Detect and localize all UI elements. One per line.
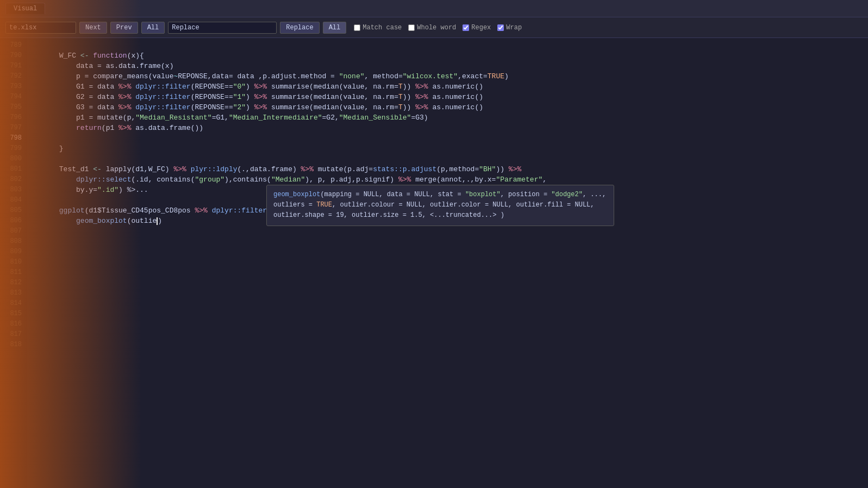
- whole-word-label: Whole word: [417, 24, 456, 32]
- ln-798: 798: [4, 133, 22, 143]
- code-line-796b: }: [34, 133, 868, 143]
- code-line-799: dplyr::select(.id, contains("group"),con…: [34, 164, 868, 174]
- code-line-797b: [34, 143, 868, 154]
- autocomplete-tooltip: geom_boxplot(mapping = NULL, data = NULL…: [266, 185, 614, 226]
- ln-794: 794: [4, 92, 22, 102]
- code-line-816: [34, 340, 868, 350]
- code-line-818: [34, 360, 868, 371]
- wrap-option[interactable]: Wrap: [497, 24, 522, 32]
- code-line-791: p = compare_means(value~REPONSE,data= da…: [34, 61, 868, 71]
- replace-button[interactable]: Replace: [280, 22, 319, 34]
- ln-795: 795: [4, 102, 22, 112]
- code-line-813: [34, 309, 868, 319]
- ln-789: 789: [4, 40, 22, 51]
- ln-806: 806: [4, 216, 22, 226]
- ln-811: 811: [4, 267, 22, 278]
- ln-796: 796: [4, 112, 22, 123]
- code-line-806: [34, 236, 868, 247]
- wrap-label: Wrap: [506, 24, 522, 32]
- search-replace-bar: Next Prev All Replace All Match case Who…: [0, 17, 868, 38]
- code-line-815: [34, 329, 868, 340]
- ln-790: 790: [4, 51, 22, 61]
- code-line-790: data = as.data.frame(x): [34, 51, 868, 61]
- ln-799: 799: [4, 143, 22, 154]
- code-line-794: G3 = data %>% dplyr::filter(REPONSE=="2"…: [34, 92, 868, 102]
- ln-812: 812: [4, 278, 22, 288]
- whole-word-option[interactable]: Whole word: [408, 24, 456, 32]
- regex-option[interactable]: Regex: [463, 24, 491, 32]
- ln-813: 813: [4, 288, 22, 298]
- ln-818: 818: [4, 340, 22, 350]
- ln-792: 792: [4, 71, 22, 82]
- code-line-809: [34, 267, 868, 278]
- code-line-797: [34, 123, 868, 133]
- ln-816: 816: [4, 319, 22, 329]
- match-case-label: Match case: [363, 24, 402, 32]
- tab-visual[interactable]: Visual: [5, 3, 45, 14]
- ln-804: 804: [4, 195, 22, 205]
- ln-805: 805: [4, 205, 22, 216]
- code-line-812: [34, 298, 868, 309]
- replace-input[interactable]: [168, 22, 277, 34]
- code-line-795: p1 = mutate(p,"Median_Resistant"=G1,"Med…: [34, 102, 868, 112]
- ln-810: 810: [4, 257, 22, 267]
- ln-808: 808: [4, 236, 22, 247]
- ln-793: 793: [4, 82, 22, 92]
- code-line-810: [34, 278, 868, 288]
- search-input[interactable]: [5, 22, 76, 34]
- search-options: Match case Whole word Regex Wrap: [354, 24, 522, 32]
- ln-814: 814: [4, 298, 22, 309]
- replace-all-button[interactable]: All: [323, 22, 347, 34]
- find-all-button[interactable]: All: [141, 22, 165, 34]
- code-area[interactable]: W_FC <- function(x){ data = as.data.fram…: [27, 38, 868, 488]
- ln-809: 809: [4, 247, 22, 257]
- ln-791: 791: [4, 61, 22, 71]
- editor: 789 790 791 792 793 794 795 796 797 798 …: [0, 38, 868, 488]
- regex-checkbox[interactable]: [463, 24, 469, 31]
- code-line-811: [34, 288, 868, 298]
- code-line-793: G2 = data %>% dplyr::filter(REPONSE=="1"…: [34, 82, 868, 92]
- next-button[interactable]: Next: [79, 22, 107, 34]
- code-line-807: [34, 247, 868, 257]
- code-line-796: return(p1 %>% as.data.frame()): [34, 112, 868, 123]
- regex-label: Regex: [471, 24, 491, 32]
- toolbar: Visual: [0, 0, 868, 17]
- code-line-792: G1 = data %>% dplyr::filter(REPONSE=="0"…: [34, 71, 868, 82]
- ln-801: 801: [4, 164, 22, 174]
- ln-803: 803: [4, 185, 22, 195]
- code-line-805: [34, 226, 868, 236]
- code-line-800: by.y=".id") %>...: [34, 174, 868, 185]
- ln-797: 797: [4, 123, 22, 133]
- wrap-checkbox[interactable]: [497, 24, 504, 31]
- ln-802: 802: [4, 174, 22, 185]
- ln-807: 807: [4, 226, 22, 236]
- ln-817: 817: [4, 329, 22, 340]
- code-line-798: Test_d1 <- lapply(d1,W_FC) %>% plyr::ldp…: [34, 154, 868, 164]
- ln-800: 800: [4, 154, 22, 164]
- code-line-817: [34, 350, 868, 360]
- match-case-checkbox[interactable]: [354, 24, 360, 31]
- line-numbers: 789 790 791 792 793 794 795 796 797 798 …: [0, 38, 27, 488]
- code-line-789: W_FC <- function(x){: [34, 40, 868, 51]
- whole-word-checkbox[interactable]: [408, 24, 415, 31]
- prev-button[interactable]: Prev: [110, 22, 138, 34]
- code-line-808: [34, 257, 868, 267]
- match-case-option[interactable]: Match case: [354, 24, 402, 32]
- ln-815: 815: [4, 309, 22, 319]
- code-line-814: [34, 319, 868, 329]
